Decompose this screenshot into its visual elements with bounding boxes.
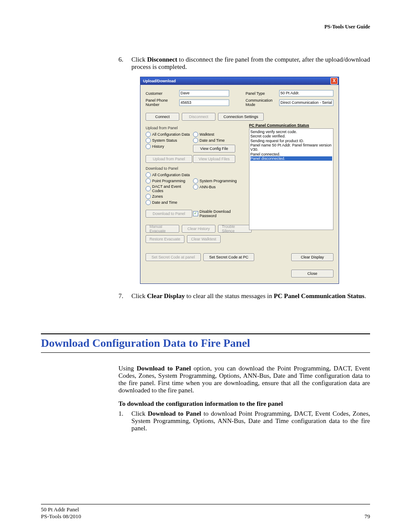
text: Click	[131, 410, 148, 417]
text: Using	[118, 365, 137, 372]
download-header: Download to Panel	[146, 166, 245, 171]
status-line: Panel name 50 Pt Addr. Panel firmware ve…	[250, 143, 332, 152]
radio-label: All Configuration Data	[152, 132, 190, 137]
section-rule-top	[41, 333, 370, 334]
step-6: 6. Click Disconnect to disconnect the fi…	[118, 56, 370, 71]
radio-label: System Programming	[199, 179, 237, 183]
status-listbox[interactable]: Sending verify secret code. Secret code …	[249, 128, 333, 230]
radio-icon	[193, 138, 198, 143]
step-1-download: 1. Click Download to Panel to download P…	[118, 410, 370, 432]
dialog-screenshot: Upload/Download X Customer Dave Panel Ph…	[140, 77, 370, 284]
radio-icon	[146, 144, 151, 149]
status-line: Panel connected.	[250, 152, 332, 156]
status-line: Secret code verified.	[250, 134, 332, 138]
radio-icon	[146, 172, 151, 177]
radio-dl-datetime[interactable]: Date and Time	[146, 200, 193, 205]
step-body: Click Download to Panel to download Poin…	[131, 410, 370, 432]
paneltype-label: Panel Type	[246, 91, 279, 96]
section-paragraph: Using Download to Panel option, you can …	[118, 365, 370, 394]
disconnect-button[interactable]: Disconnect	[182, 113, 215, 121]
radio-dl-allconf[interactable]: All Configuration Data	[146, 172, 193, 177]
page-footer: 50 Pt Addr Panel PS-Tools 08/2010 79	[41, 504, 370, 520]
radio-icon	[193, 184, 198, 190]
checkbox-icon: ✓	[193, 211, 198, 216]
titlebar[interactable]: Upload/Download X	[140, 77, 339, 85]
step-body: Click Clear Display to clear all the sta…	[131, 292, 370, 300]
radio-dl-annbus[interactable]: ANN-Bus	[193, 184, 245, 190]
close-icon[interactable]: X	[330, 78, 338, 84]
section-subhead: To download the configuration informatio…	[118, 400, 370, 408]
radio-dl-point[interactable]: Point Programming	[146, 178, 193, 184]
upload-header: Upload from Panel	[146, 126, 245, 130]
restore-evacuate-button[interactable]: Restore Evacuate	[146, 235, 184, 243]
text: Click	[131, 292, 147, 299]
radio-icon	[193, 132, 198, 137]
commmode-label: Communication Mode	[246, 98, 279, 107]
manual-evacuate-button[interactable]: Manual Evacuate	[146, 225, 179, 233]
radio-label: ANN-Bus	[199, 185, 216, 189]
phone-field[interactable]: 45653	[179, 100, 229, 106]
phone-label: Panel Phone Number	[146, 98, 179, 107]
status-title: PC Panel Communication Status	[249, 123, 333, 128]
step-7: 7. Click Clear Display to clear all the …	[118, 292, 370, 300]
radio-label: System Status	[152, 138, 177, 143]
checkbox-label: Disable Download Password	[199, 209, 245, 218]
step-number: 7.	[118, 292, 131, 300]
connection-settings-button[interactable]: Connection Settings	[218, 113, 264, 121]
text: .	[364, 292, 366, 299]
step-number: 1.	[118, 410, 131, 432]
customer-field[interactable]: Dave	[179, 90, 229, 96]
section-title: Download Configuration Data to Fire Pane…	[41, 337, 370, 350]
clear-display-button[interactable]: Clear Display	[291, 253, 333, 261]
radio-walktest[interactable]: Walktest	[193, 132, 245, 137]
radio-dl-sysprog[interactable]: System Programming	[193, 178, 245, 184]
footer-line-2: PS-Tools 08/2010	[41, 513, 81, 520]
paneltype-field[interactable]: 50 Pt Addr.	[279, 90, 333, 96]
radio-system-status[interactable]: System Status	[146, 138, 193, 143]
connect-button[interactable]: Connect	[146, 113, 179, 121]
radio-icon	[146, 178, 151, 184]
page-number: 79	[364, 513, 370, 520]
commmode-field[interactable]: Direct Communication - Serial	[279, 100, 333, 106]
radio-dl-dact[interactable]: DACT and Event Codes	[146, 184, 193, 193]
status-line: Sending request for product ID.	[250, 139, 332, 143]
footer-line-1: 50 Pt Addr Panel	[41, 506, 81, 513]
close-button[interactable]: Close	[291, 270, 333, 277]
page-header: PS-Tools User Guide	[41, 24, 370, 30]
clear-history-button[interactable]: Clear History	[182, 225, 215, 233]
text: to clear all the status messages in	[185, 292, 274, 299]
status-line-selected: Panel disconnected.	[250, 156, 332, 161]
step-number: 6.	[118, 56, 131, 71]
upload-download-dialog: Upload/Download X Customer Dave Panel Ph…	[140, 77, 339, 284]
radio-all-config[interactable]: All Configuration Data	[146, 132, 193, 137]
radio-dl-zones[interactable]: Zones	[146, 194, 193, 199]
set-secret-pc-button[interactable]: Set Secret Code at PC	[203, 253, 254, 261]
radio-icon	[146, 132, 151, 137]
radio-label: Point Programming	[152, 179, 185, 183]
set-secret-panel-button[interactable]: Set Secret Code at panel	[146, 253, 201, 261]
radio-label: Zones	[152, 194, 163, 199]
radio-icon	[146, 194, 151, 199]
view-upload-files-button[interactable]: View Upload Files	[193, 155, 235, 163]
radio-history[interactable]: History	[146, 144, 193, 149]
download-to-panel-button[interactable]: Download to Panel	[146, 210, 192, 218]
clear-walktest-button[interactable]: Clear Walktest	[187, 235, 221, 243]
radio-label: Date and Time	[152, 200, 177, 205]
disable-password-check[interactable]: ✓Disable Download Password	[193, 209, 245, 218]
text-bold: Download to Panel	[148, 410, 201, 417]
upload-from-panel-button[interactable]: Upload from Panel	[146, 155, 192, 163]
text: Click	[131, 56, 147, 63]
radio-label: All Configuration Data	[152, 173, 190, 177]
status-line: Sending verify secret code.	[250, 130, 332, 134]
customer-label: Customer	[146, 91, 179, 96]
radio-label: Walktest	[199, 132, 214, 137]
radio-icon	[193, 178, 198, 184]
trouble-silence-button[interactable]: Trouble Silence	[218, 225, 252, 233]
radio-datetime[interactable]: Date and Time	[193, 138, 245, 143]
step-body: Click Disconnect to disconnect the fire …	[131, 56, 370, 71]
radio-label: Date and Time	[199, 138, 225, 143]
view-config-button[interactable]: View Config File	[193, 145, 235, 152]
radio-label: History	[152, 144, 164, 149]
window-title: Upload/Download	[143, 79, 176, 83]
text-bold: Clear Display	[147, 292, 185, 299]
